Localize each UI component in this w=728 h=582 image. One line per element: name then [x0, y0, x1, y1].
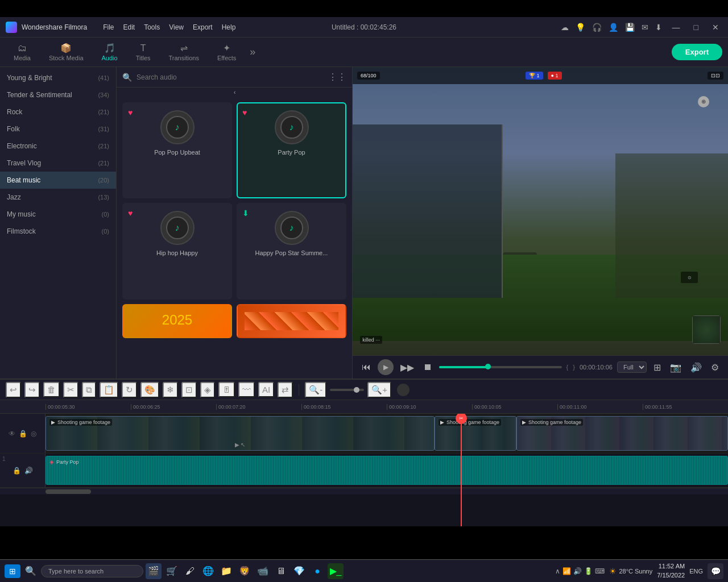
tab-stock-media[interactable]: 📦 Stock Media [41, 40, 92, 64]
taskbar-app5-icon[interactable]: 🖥 [273, 563, 289, 579]
tray-expand-icon[interactable]: ∧ [555, 567, 560, 575]
taskbar-filmora-icon[interactable]: 🎬 [146, 563, 162, 579]
stop-button[interactable]: ⏹ [421, 361, 435, 373]
taskbar-app7-icon[interactable]: ● [309, 563, 325, 579]
timeline-scrollbar[interactable] [0, 488, 728, 494]
user-icon[interactable]: 👤 [609, 23, 618, 32]
taskbar-terminal-icon[interactable]: ▶_ [328, 563, 344, 579]
quality-select[interactable]: Full 1/2 1/4 [617, 361, 647, 373]
audio-card-happy-pop[interactable]: ⬇ ♪ Happy Pop Star Summe... [237, 203, 346, 299]
taskbar-store-icon[interactable]: 🛒 [164, 563, 180, 579]
taskbar-app6-icon[interactable]: 💎 [291, 563, 307, 579]
category-folk[interactable]: Folk (31) [0, 120, 116, 138]
category-filmstock[interactable]: Filmstock (0) [0, 223, 116, 240]
scroll-back-button[interactable]: ‹ [234, 89, 235, 95]
tray-keyboard-icon[interactable]: ⌨ [595, 567, 605, 575]
zoom-slider[interactable] [330, 389, 364, 391]
taskbar-folder-icon[interactable]: 📁 [218, 563, 234, 579]
maximize-button[interactable]: □ [690, 22, 702, 33]
tab-audio[interactable]: 🎵 Audio [94, 40, 126, 64]
ai-button[interactable]: AI [258, 382, 274, 397]
menu-file[interactable]: File [103, 23, 114, 31]
progress-bar[interactable] [439, 366, 562, 368]
timeline-tracks[interactable]: ✂ 👁 🔒 ◎ ▶ Shooting game footage [0, 414, 728, 526]
video-track-visibility-icon[interactable]: ◎ [31, 430, 36, 438]
ripple-button[interactable]: 〰 [238, 382, 255, 397]
taskbar-paint-icon[interactable]: 🖌 [182, 563, 198, 579]
language-indicator[interactable]: ENG [689, 568, 703, 575]
taskbar-chrome-icon[interactable]: 🌐 [200, 563, 216, 579]
more-tl-button[interactable]: ⇄ [278, 382, 293, 398]
color-button[interactable]: 🎨 [140, 382, 159, 398]
taskbar-brave-icon[interactable]: 🦁 [237, 563, 253, 579]
grid-toggle-button[interactable]: ⋮⋮ [328, 72, 346, 82]
menu-view[interactable]: View [169, 23, 184, 31]
category-my-music[interactable]: My music (0) [0, 206, 116, 223]
menu-export[interactable]: Export [193, 23, 213, 31]
audio-card-pop-pop-upbeat[interactable]: ♥ ♪ Pop Pop Upbeat [122, 102, 232, 198]
mail-icon[interactable]: ✉ [642, 23, 648, 32]
tray-power-icon[interactable]: 🔋 [584, 567, 593, 575]
taskbar-search-icon[interactable]: 🔍 [23, 563, 39, 579]
category-rock[interactable]: Rock (21) [0, 103, 116, 120]
category-beat-music[interactable]: Beat music (20) [0, 172, 116, 189]
split-view-button[interactable]: ⊞ [651, 361, 663, 374]
add-track-button[interactable] [397, 384, 410, 396]
search-input[interactable] [136, 73, 324, 81]
tab-effects[interactable]: ✦ Effects [209, 40, 244, 64]
audio-track-lock-icon[interactable]: 🔒 [13, 467, 21, 475]
category-electronic[interactable]: Electronic (21) [0, 138, 116, 155]
close-button[interactable]: ✕ [709, 22, 722, 33]
more-tabs-button[interactable]: » [246, 46, 259, 58]
video-track-eye-icon[interactable]: 👁 [9, 430, 15, 438]
screenshot-button[interactable]: 📷 [668, 361, 684, 374]
play-forward-button[interactable]: ▶▶ [398, 361, 416, 374]
tab-media[interactable]: 🗂 Media [6, 41, 39, 64]
video-track-content[interactable]: ▶ Shooting game footage ▶ ↖ ▶ Sh [46, 414, 728, 453]
bulb-icon[interactable]: 💡 [576, 23, 585, 32]
undo-button[interactable]: ↩ [6, 382, 21, 398]
zoom-out-button[interactable]: 🔍- [305, 382, 326, 398]
audio-card-hip-hop[interactable]: ♥ ♪ Hip hop Happy [122, 203, 232, 299]
rotate-button[interactable]: ↻ [122, 382, 137, 398]
tab-titles[interactable]: T Titles [128, 41, 159, 64]
export-button[interactable]: Export [672, 44, 722, 60]
category-jazz[interactable]: Jazz (13) [0, 189, 116, 206]
notification-button[interactable]: 💬 [708, 563, 723, 579]
play-pause-button[interactable]: ▶ [378, 359, 394, 375]
menu-edit[interactable]: Edit [123, 23, 135, 31]
headset-icon[interactable]: 🎧 [592, 23, 602, 32]
video-track-lock-icon[interactable]: 🔒 [19, 430, 27, 438]
freeze-button[interactable]: ❄ [163, 382, 178, 398]
start-button[interactable]: ⊞ [5, 564, 20, 578]
taskbar-search[interactable]: Type here to search [41, 565, 143, 577]
menu-tools[interactable]: Tools [144, 23, 160, 31]
audio-card-extra1[interactable]: 2025 [122, 304, 232, 338]
cut-button[interactable]: ✂ [63, 382, 78, 398]
audio-adjust-button[interactable]: 🎚 [218, 382, 235, 397]
category-travel-vlog[interactable]: Travel Vlog (21) [0, 155, 116, 172]
settings-button[interactable]: ⚙ [709, 361, 721, 374]
delete-button[interactable]: 🗑 [43, 382, 60, 397]
tab-transitions[interactable]: ⇌ Transitions [161, 40, 207, 64]
minimize-button[interactable]: — [669, 22, 684, 33]
scrollbar-thumb[interactable] [46, 489, 91, 494]
zoom-in-button[interactable]: 🔍+ [367, 382, 391, 398]
redo-button[interactable]: ↪ [24, 382, 40, 398]
save-icon[interactable]: 💾 [625, 23, 635, 32]
skip-back-button[interactable]: ⏮ [359, 361, 373, 373]
audio-card-party-pop[interactable]: ♥ ♪ Party Pop [237, 102, 346, 198]
audio-track-content[interactable]: ◈ Party Pop [46, 454, 728, 487]
copy-button[interactable]: ⧉ [82, 382, 96, 398]
clock-area[interactable]: 11:52 AM 7/15/2022 [657, 562, 685, 580]
cloud-icon[interactable]: ☁ [561, 23, 569, 32]
video-clip-1[interactable]: ▶ Shooting game footage ▶ ↖ [46, 416, 435, 451]
category-young-bright[interactable]: Young & Bright (41) [0, 69, 116, 86]
paste-button[interactable]: 📋 [100, 382, 118, 398]
keyframe-button[interactable]: ◈ [200, 382, 215, 398]
tray-volume-icon[interactable]: 🔊 [573, 567, 582, 575]
video-clip-3[interactable]: ▶ Shooting game footage [516, 416, 728, 451]
video-clip-2[interactable]: ▶ Shooting game footage [435, 416, 516, 451]
audio-card-extra2[interactable] [237, 304, 346, 338]
crop-button[interactable]: ⊡ [181, 382, 197, 398]
